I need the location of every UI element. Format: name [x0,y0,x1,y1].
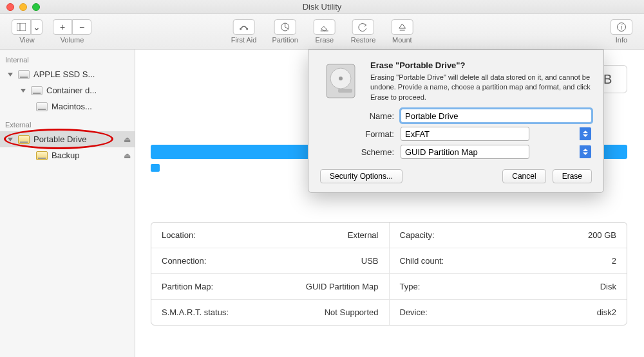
sidebar-item-backup[interactable]: Backup ⏏ [0,147,135,163]
toolbar-view-label: View [19,36,35,44]
sidebar-item-container[interactable]: Container d... [0,82,135,98]
restore-label: Restore [351,36,376,44]
volume-remove-button[interactable]: − [72,19,91,35]
mount-button[interactable] [391,19,413,35]
info-value: USB [361,256,379,266]
info-value: 200 GB [588,230,616,240]
info-value: 2 [612,256,616,266]
partition-button[interactable] [274,19,296,35]
stepper-icon[interactable] [580,127,591,140]
svg-text:i: i [621,24,623,31]
scheme-value[interactable] [401,145,529,159]
info-button[interactable]: i [611,19,632,35]
format-select[interactable] [401,127,592,141]
mount-label: Mount [392,36,412,44]
disk-icon [18,70,30,79]
view-sidebar-button[interactable] [12,19,31,35]
info-label: Type: [400,282,421,291]
erase-label: Erase [315,36,334,44]
security-options-button[interactable]: Security Options... [320,169,402,183]
scheme-select[interactable] [401,145,592,159]
eject-icon[interactable]: ⏏ [124,151,131,160]
volume-add-button[interactable]: + [53,19,72,35]
sidebar-item-portable-drive[interactable]: Portable Drive ⏏ [0,131,135,147]
info-value: Disk [600,282,616,291]
toolbar: ⌄ View + − Volume First Aid Partition Er… [0,14,644,50]
disclosure-icon[interactable] [8,73,13,77]
name-label: Name: [320,111,394,121]
info-label: Child count: [400,256,444,266]
info-label: S.M.A.R.T. status: [162,307,229,317]
svg-rect-14 [338,89,352,93]
erase-confirm-button[interactable]: Erase [553,169,592,183]
eject-icon[interactable]: ⏏ [124,135,131,144]
format-label: Format: [320,129,394,139]
usage-legend-swatch [151,164,160,172]
info-panel: Location:External Capacity:200 GB Connec… [151,222,627,325]
erase-dialog: Erase "Portable Drive"? Erasing "Portabl… [308,50,604,193]
dialog-title: Erase "Portable Drive"? [370,60,592,70]
info-label: Capacity: [400,230,435,240]
disk-icon [36,102,48,111]
disclosure-icon[interactable] [8,138,13,142]
toolbar-volume: + − Volume [53,19,91,44]
disclosure-icon[interactable] [21,89,26,93]
external-disk-icon [18,135,30,144]
name-input[interactable] [401,109,592,123]
restore-button[interactable] [352,19,374,35]
window-controls [6,3,40,11]
info-label: Connection: [162,256,206,266]
view-menu-button[interactable]: ⌄ [31,19,43,35]
window-title: Disk Utility [303,2,342,12]
info-label: Partition Map: [162,282,213,291]
info-value: GUID Partition Map [306,282,379,291]
info-label: Device: [400,307,428,317]
first-aid-button[interactable] [233,19,255,35]
sidebar-header-external: External [0,118,135,131]
erase-button[interactable] [314,19,336,35]
toolbar-view: ⌄ View [12,19,43,44]
svg-rect-0 [17,23,26,31]
sidebar-item-label: Macintos... [52,102,131,111]
svg-point-2 [240,28,242,30]
partition-label: Partition [272,36,298,44]
first-aid-label: First Aid [231,36,257,44]
toolbar-volume-label: Volume [61,36,84,44]
minimize-icon[interactable] [19,3,27,11]
info-value: External [348,230,379,240]
sidebar-item-label: Backup [52,151,120,160]
stepper-icon[interactable] [580,145,591,158]
external-disk-icon [36,151,48,160]
sidebar-item-apple-ssd[interactable]: APPLE SSD S... [0,66,135,82]
sidebar-item-label: APPLE SSD S... [33,69,131,79]
svg-line-6 [285,27,289,29]
zoom-icon[interactable] [32,3,40,11]
content-pane: 200 GB Location:External Capacity:200 GB… [135,50,644,357]
svg-point-3 [246,28,248,30]
svg-point-13 [339,77,343,80]
sidebar-item-macintosh[interactable]: Macintos... [0,98,135,114]
format-value[interactable] [401,127,529,141]
close-icon[interactable] [6,3,14,11]
sidebar-item-label: Container d... [46,86,131,95]
disk-icon [31,86,43,95]
sidebar: Internal APPLE SSD S... Container d... M… [0,50,135,357]
info-value: Not Supported [325,307,379,317]
titlebar: Disk Utility [0,0,644,14]
sidebar-header-internal: Internal [0,53,135,66]
info-value: disk2 [597,307,616,317]
info-label: Location: [162,230,196,240]
sidebar-item-label: Portable Drive [33,134,120,144]
cancel-button[interactable]: Cancel [502,169,545,183]
info-label: Info [616,36,627,44]
scheme-label: Scheme: [320,147,394,157]
hard-drive-icon [320,60,361,102]
dialog-description: Erasing "Portable Drive" will delete all… [370,73,592,102]
